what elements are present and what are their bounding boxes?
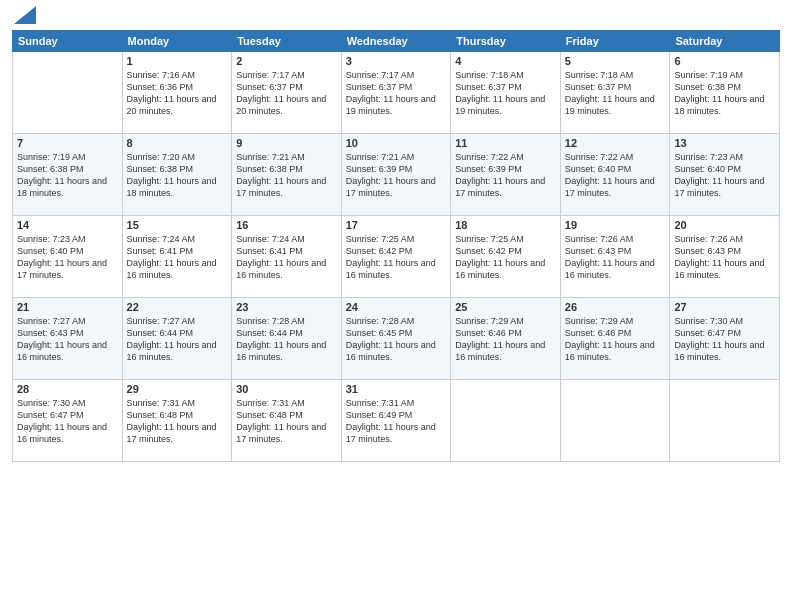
sunrise-text: Sunrise: 7:18 AM — [565, 70, 634, 80]
calendar-header-wednesday: Wednesday — [341, 31, 451, 52]
calendar-cell: 16 Sunrise: 7:24 AM Sunset: 6:41 PM Dayl… — [232, 216, 342, 298]
day-info: Sunrise: 7:19 AM Sunset: 6:38 PM Dayligh… — [674, 69, 775, 118]
sunrise-text: Sunrise: 7:24 AM — [236, 234, 305, 244]
day-number: 3 — [346, 55, 447, 67]
daylight-text: Daylight: 11 hours and 16 minutes. — [346, 340, 436, 362]
day-info: Sunrise: 7:24 AM Sunset: 6:41 PM Dayligh… — [236, 233, 337, 282]
calendar-header-row: SundayMondayTuesdayWednesdayThursdayFrid… — [13, 31, 780, 52]
sunrise-text: Sunrise: 7:21 AM — [236, 152, 305, 162]
calendar-cell: 8 Sunrise: 7:20 AM Sunset: 6:38 PM Dayli… — [122, 134, 232, 216]
sunset-text: Sunset: 6:40 PM — [674, 164, 741, 174]
calendar-cell: 19 Sunrise: 7:26 AM Sunset: 6:43 PM Dayl… — [560, 216, 670, 298]
sunrise-text: Sunrise: 7:19 AM — [674, 70, 743, 80]
day-number: 6 — [674, 55, 775, 67]
daylight-text: Daylight: 11 hours and 18 minutes. — [674, 94, 764, 116]
sunrise-text: Sunrise: 7:27 AM — [17, 316, 86, 326]
calendar-cell: 31 Sunrise: 7:31 AM Sunset: 6:49 PM Dayl… — [341, 380, 451, 462]
day-number: 14 — [17, 219, 118, 231]
sunset-text: Sunset: 6:44 PM — [236, 328, 303, 338]
calendar-cell: 24 Sunrise: 7:28 AM Sunset: 6:45 PM Dayl… — [341, 298, 451, 380]
daylight-text: Daylight: 11 hours and 16 minutes. — [17, 340, 107, 362]
calendar-cell: 29 Sunrise: 7:31 AM Sunset: 6:48 PM Dayl… — [122, 380, 232, 462]
day-number: 31 — [346, 383, 447, 395]
sunset-text: Sunset: 6:38 PM — [127, 164, 194, 174]
calendar-week-row: 7 Sunrise: 7:19 AM Sunset: 6:38 PM Dayli… — [13, 134, 780, 216]
day-number: 8 — [127, 137, 228, 149]
day-number: 28 — [17, 383, 118, 395]
calendar-week-row: 21 Sunrise: 7:27 AM Sunset: 6:43 PM Dayl… — [13, 298, 780, 380]
daylight-text: Daylight: 11 hours and 20 minutes. — [127, 94, 217, 116]
calendar-cell: 1 Sunrise: 7:16 AM Sunset: 6:36 PM Dayli… — [122, 52, 232, 134]
logo-icon — [14, 6, 36, 24]
daylight-text: Daylight: 11 hours and 17 minutes. — [346, 422, 436, 444]
day-info: Sunrise: 7:18 AM Sunset: 6:37 PM Dayligh… — [565, 69, 666, 118]
calendar-cell: 21 Sunrise: 7:27 AM Sunset: 6:43 PM Dayl… — [13, 298, 123, 380]
sunrise-text: Sunrise: 7:22 AM — [565, 152, 634, 162]
daylight-text: Daylight: 11 hours and 16 minutes. — [127, 340, 217, 362]
day-info: Sunrise: 7:26 AM Sunset: 6:43 PM Dayligh… — [674, 233, 775, 282]
sunset-text: Sunset: 6:48 PM — [127, 410, 194, 420]
day-info: Sunrise: 7:17 AM Sunset: 6:37 PM Dayligh… — [236, 69, 337, 118]
day-info: Sunrise: 7:25 AM Sunset: 6:42 PM Dayligh… — [455, 233, 556, 282]
day-info: Sunrise: 7:19 AM Sunset: 6:38 PM Dayligh… — [17, 151, 118, 200]
calendar-cell: 9 Sunrise: 7:21 AM Sunset: 6:38 PM Dayli… — [232, 134, 342, 216]
calendar-header-friday: Friday — [560, 31, 670, 52]
calendar-cell: 18 Sunrise: 7:25 AM Sunset: 6:42 PM Dayl… — [451, 216, 561, 298]
sunrise-text: Sunrise: 7:17 AM — [236, 70, 305, 80]
daylight-text: Daylight: 11 hours and 16 minutes. — [17, 422, 107, 444]
day-number: 10 — [346, 137, 447, 149]
sunrise-text: Sunrise: 7:19 AM — [17, 152, 86, 162]
day-number: 27 — [674, 301, 775, 313]
sunset-text: Sunset: 6:43 PM — [674, 246, 741, 256]
sunset-text: Sunset: 6:48 PM — [236, 410, 303, 420]
sunrise-text: Sunrise: 7:23 AM — [17, 234, 86, 244]
day-info: Sunrise: 7:23 AM Sunset: 6:40 PM Dayligh… — [17, 233, 118, 282]
day-number: 7 — [17, 137, 118, 149]
sunset-text: Sunset: 6:38 PM — [236, 164, 303, 174]
calendar-cell: 6 Sunrise: 7:19 AM Sunset: 6:38 PM Dayli… — [670, 52, 780, 134]
day-info: Sunrise: 7:27 AM Sunset: 6:43 PM Dayligh… — [17, 315, 118, 364]
svg-marker-0 — [14, 6, 36, 24]
sunset-text: Sunset: 6:49 PM — [346, 410, 413, 420]
calendar-cell: 23 Sunrise: 7:28 AM Sunset: 6:44 PM Dayl… — [232, 298, 342, 380]
day-number: 16 — [236, 219, 337, 231]
calendar-cell: 25 Sunrise: 7:29 AM Sunset: 6:46 PM Dayl… — [451, 298, 561, 380]
daylight-text: Daylight: 11 hours and 20 minutes. — [236, 94, 326, 116]
calendar-header-tuesday: Tuesday — [232, 31, 342, 52]
sunrise-text: Sunrise: 7:29 AM — [565, 316, 634, 326]
day-number: 30 — [236, 383, 337, 395]
calendar-cell: 4 Sunrise: 7:18 AM Sunset: 6:37 PM Dayli… — [451, 52, 561, 134]
page-container: SundayMondayTuesdayWednesdayThursdayFrid… — [0, 0, 792, 612]
daylight-text: Daylight: 11 hours and 16 minutes. — [127, 258, 217, 280]
daylight-text: Daylight: 11 hours and 19 minutes. — [346, 94, 436, 116]
day-info: Sunrise: 7:30 AM Sunset: 6:47 PM Dayligh… — [674, 315, 775, 364]
sunset-text: Sunset: 6:39 PM — [346, 164, 413, 174]
sunset-text: Sunset: 6:47 PM — [17, 410, 84, 420]
sunrise-text: Sunrise: 7:17 AM — [346, 70, 415, 80]
daylight-text: Daylight: 11 hours and 16 minutes. — [674, 258, 764, 280]
sunset-text: Sunset: 6:37 PM — [236, 82, 303, 92]
sunrise-text: Sunrise: 7:30 AM — [17, 398, 86, 408]
sunset-text: Sunset: 6:40 PM — [17, 246, 84, 256]
calendar-cell: 5 Sunrise: 7:18 AM Sunset: 6:37 PM Dayli… — [560, 52, 670, 134]
daylight-text: Daylight: 11 hours and 18 minutes. — [17, 176, 107, 198]
daylight-text: Daylight: 11 hours and 16 minutes. — [346, 258, 436, 280]
calendar-cell: 27 Sunrise: 7:30 AM Sunset: 6:47 PM Dayl… — [670, 298, 780, 380]
sunset-text: Sunset: 6:44 PM — [127, 328, 194, 338]
sunrise-text: Sunrise: 7:21 AM — [346, 152, 415, 162]
calendar-cell: 7 Sunrise: 7:19 AM Sunset: 6:38 PM Dayli… — [13, 134, 123, 216]
day-number: 1 — [127, 55, 228, 67]
daylight-text: Daylight: 11 hours and 17 minutes. — [346, 176, 436, 198]
calendar-header-sunday: Sunday — [13, 31, 123, 52]
daylight-text: Daylight: 11 hours and 17 minutes. — [565, 176, 655, 198]
day-info: Sunrise: 7:20 AM Sunset: 6:38 PM Dayligh… — [127, 151, 228, 200]
day-info: Sunrise: 7:31 AM Sunset: 6:48 PM Dayligh… — [236, 397, 337, 446]
sunrise-text: Sunrise: 7:26 AM — [674, 234, 743, 244]
calendar-cell: 2 Sunrise: 7:17 AM Sunset: 6:37 PM Dayli… — [232, 52, 342, 134]
day-number: 26 — [565, 301, 666, 313]
sunset-text: Sunset: 6:36 PM — [127, 82, 194, 92]
day-number: 29 — [127, 383, 228, 395]
calendar-week-row: 1 Sunrise: 7:16 AM Sunset: 6:36 PM Dayli… — [13, 52, 780, 134]
calendar-cell — [13, 52, 123, 134]
sunrise-text: Sunrise: 7:25 AM — [346, 234, 415, 244]
